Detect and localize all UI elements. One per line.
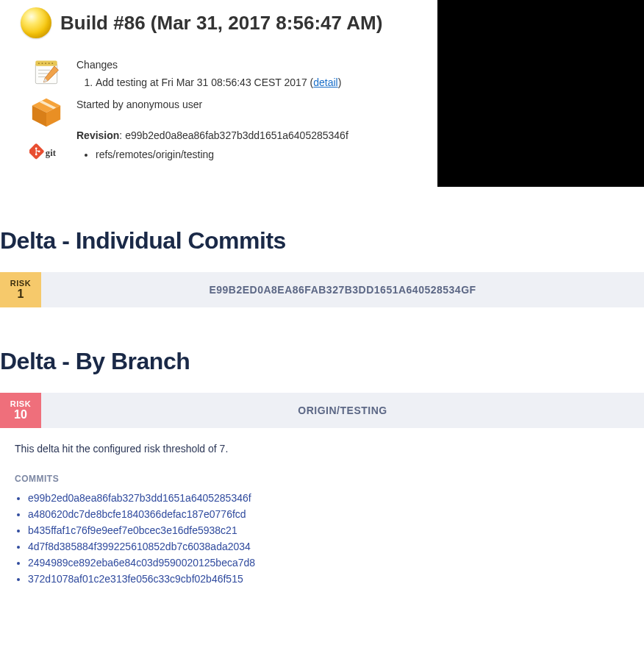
delta-individual-heading: Delta - Individual Commits xyxy=(0,187,644,272)
commit-hash-item: 2494989ce892eba6e84c03d9590020125beca7d8 xyxy=(28,555,629,571)
package-icon xyxy=(29,96,63,129)
risk-label: RISK xyxy=(10,279,31,288)
git-ref: refs/remotes/origin/testing xyxy=(96,147,348,162)
risk-value: 10 xyxy=(14,408,27,421)
individual-risk-bar: RISK 1 E99B2ED0A8EA86FAB327B3DD1651A6405… xyxy=(0,272,644,307)
svg-point-4 xyxy=(45,63,46,64)
commit-hash-item: a480620dc7de8bcfe1840366defac187e0776fcd xyxy=(28,506,629,522)
git-icon: git xyxy=(29,135,63,169)
svg-text:git: git xyxy=(46,148,57,158)
svg-point-2 xyxy=(38,63,40,64)
branch-name: ORIGIN/TESTING xyxy=(41,393,644,428)
svg-rect-14 xyxy=(29,143,45,160)
commits-list: e99b2ed0a8ea86fab327b3dd1651a6405285346f… xyxy=(15,490,629,587)
delta-branch-section: Delta - By Branch RISK 10 ORIGIN/TESTING… xyxy=(0,307,644,602)
revision-line: Revision: e99b2ed0a8ea86fab327b3dd1651a6… xyxy=(76,129,348,141)
delta-branch-details: This delta hit the configured risk thres… xyxy=(0,428,644,602)
detail-link[interactable]: detail xyxy=(313,76,337,88)
build-title: Build #86 (Mar 31, 2017 8:56:47 AM) xyxy=(60,12,382,35)
svg-point-5 xyxy=(49,63,50,64)
commits-label: COMMITS xyxy=(15,474,629,484)
started-by-text: Started by anonymous user xyxy=(76,99,202,110)
svg-point-6 xyxy=(51,63,53,64)
changes-row: Changes Add testing at Fri Mar 31 08:56:… xyxy=(0,53,437,93)
commit-hash-item: e99b2ed0a8ea86fab327b3dd1651a6405285346f xyxy=(28,490,629,506)
risk-label: RISK xyxy=(10,399,31,408)
risk-value: 1 xyxy=(18,288,24,301)
black-fill xyxy=(437,0,644,187)
top-area: Build #86 (Mar 31, 2017 8:56:47 AM) Chan… xyxy=(0,0,644,187)
individual-commit-hash: E99B2ED0A8EA86FAB327B3DD1651A640528534GF xyxy=(41,272,644,307)
commit-hash-item: 4d7f8d385884f399225610852db7c6038ada2034 xyxy=(28,538,629,555)
revision-hash: e99b2ed0a8ea86fab327b3dd1651a6405285346f xyxy=(125,129,348,141)
commit-hash-item: 372d1078af01c2e313fe056c33c9cbf02b46f515 xyxy=(28,571,629,587)
svg-point-3 xyxy=(42,63,43,64)
change-item-text: Add testing at Fri Mar 31 08:56:43 CEST … xyxy=(96,76,307,88)
branch-risk-bar: RISK 10 ORIGIN/TESTING xyxy=(0,393,644,428)
commit-hash-item: b435ffaf1c76f9e9eef7e0bcec3e16dfe5938c21 xyxy=(28,522,629,538)
change-item: Add testing at Fri Mar 31 08:56:43 CEST … xyxy=(96,76,341,88)
notepad-icon xyxy=(29,56,63,90)
risk-badge-branch: RISK 10 xyxy=(0,393,41,428)
delta-branch-heading: Delta - By Branch xyxy=(0,307,644,393)
revision-label: Revision xyxy=(76,129,119,141)
build-header: Build #86 (Mar 31, 2017 8:56:47 AM) xyxy=(0,7,437,53)
threshold-message: This delta hit the configured risk thres… xyxy=(15,443,629,455)
risk-badge-individual: RISK 1 xyxy=(0,272,41,307)
delta-individual-section: Delta - Individual Commits RISK 1 E99B2E… xyxy=(0,187,644,307)
jenkins-build-panel: Build #86 (Mar 31, 2017 8:56:47 AM) Chan… xyxy=(0,0,437,187)
build-status-orb-icon xyxy=(21,7,51,38)
revision-row: git Revision: e99b2ed0a8ea86fab327b3dd16… xyxy=(0,132,437,172)
changes-label: Changes xyxy=(76,59,341,71)
